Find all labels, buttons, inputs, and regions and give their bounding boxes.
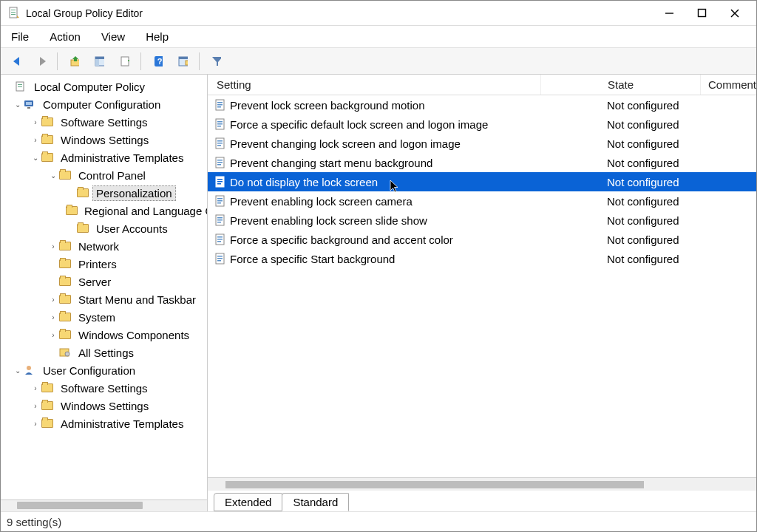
- tree-user-accounts[interactable]: User Accounts: [4, 219, 207, 237]
- tree-printers[interactable]: Printers: [4, 255, 207, 273]
- folder-icon: [41, 381, 54, 395]
- column-state[interactable]: State: [541, 75, 701, 95]
- tree-system[interactable]: ›System: [4, 308, 207, 326]
- minimize-button[interactable]: [663, 7, 676, 20]
- tree-computer-config[interactable]: ⌄Computer Configuration: [4, 95, 207, 113]
- collapse-icon[interactable]: ⌄: [48, 171, 58, 180]
- computer-icon: [23, 98, 36, 111]
- list-row[interactable]: Force a specific Start backgroundNot con…: [208, 249, 756, 268]
- help-button[interactable]: ?: [147, 51, 168, 72]
- export-button[interactable]: [114, 51, 135, 72]
- filter-button[interactable]: [206, 51, 226, 72]
- svg-rect-11: [95, 59, 99, 66]
- tree-user-config[interactable]: ⌄User Configuration: [4, 361, 207, 379]
- tree-label: Local Computer Policy: [30, 79, 149, 95]
- tree-uc-windows-settings[interactable]: ›Windows Settings: [4, 397, 207, 415]
- svg-point-25: [65, 352, 69, 356]
- svg-rect-46: [217, 183, 221, 185]
- tree-windows-settings[interactable]: ›Windows Settings: [4, 131, 207, 149]
- expand-icon[interactable]: ›: [48, 331, 58, 339]
- svg-rect-10: [95, 57, 104, 59]
- menu-view[interactable]: View: [101, 30, 125, 43]
- tree-personalization[interactable]: Personalization: [4, 184, 207, 202]
- expand-icon[interactable]: ›: [48, 242, 58, 250]
- tree-windows-components[interactable]: ›Windows Components: [4, 326, 207, 344]
- back-button[interactable]: [5, 51, 26, 72]
- collapse-icon[interactable]: ⌄: [13, 100, 23, 109]
- menu-help[interactable]: Help: [146, 30, 169, 43]
- svg-rect-62: [217, 260, 221, 262]
- setting-state: Not configured: [563, 214, 733, 227]
- tree-horizontal-scrollbar[interactable]: [1, 499, 207, 511]
- setting-state: Not configured: [563, 233, 733, 246]
- tree-server[interactable]: Server: [4, 273, 207, 290]
- tree-label: User Configuration: [39, 363, 139, 378]
- tree-control-panel[interactable]: ⌄Control Panel: [4, 166, 207, 184]
- tree-admin-templates[interactable]: ⌄Administrative Templates: [4, 149, 207, 166]
- svg-rect-3: [11, 14, 16, 15]
- up-button[interactable]: [64, 51, 84, 72]
- properties-button[interactable]: [172, 51, 193, 72]
- svg-rect-50: [217, 202, 221, 204]
- window-title: Local Group Policy Editor: [26, 7, 663, 19]
- list-row[interactable]: Force a specific background and accent c…: [208, 230, 756, 249]
- tree-all-settings[interactable]: All Settings: [4, 344, 207, 361]
- column-comment[interactable]: Comment: [701, 75, 756, 95]
- tree-uc-admin-templates[interactable]: ›Administrative Templates: [4, 415, 207, 432]
- tree-label: Server: [75, 274, 115, 290]
- scrollbar-thumb[interactable]: [225, 481, 644, 488]
- collapse-icon[interactable]: ⌄: [13, 366, 23, 375]
- svg-rect-60: [217, 256, 223, 257]
- svg-rect-49: [217, 200, 223, 202]
- expand-icon[interactable]: ›: [30, 118, 41, 126]
- tree-network[interactable]: ›Network: [4, 237, 207, 255]
- setting-name: Force a specific background and accent c…: [230, 233, 563, 246]
- list-row[interactable]: Prevent enabling lock screen cameraNot c…: [208, 191, 756, 211]
- status-bar: 9 setting(s): [1, 512, 756, 531]
- list-row[interactable]: Prevent lock screen background motionNot…: [208, 95, 756, 115]
- tree-software-settings[interactable]: ›Software Settings: [4, 113, 207, 131]
- forward-button[interactable]: [30, 51, 51, 72]
- tree-regional-language[interactable]: Regional and Language Options: [4, 202, 207, 219]
- column-setting[interactable]: Setting: [208, 75, 541, 95]
- collapse-icon[interactable]: ⌄: [30, 154, 41, 162]
- list-row[interactable]: Prevent changing lock screen and logon i…: [208, 134, 756, 153]
- list-row[interactable]: Do not display the lock screenNot config…: [208, 172, 756, 191]
- expand-icon[interactable]: ›: [30, 420, 41, 428]
- tab-standard[interactable]: Standard: [282, 493, 349, 511]
- list-row[interactable]: Prevent changing start menu backgroundNo…: [208, 153, 756, 172]
- list-row[interactable]: Force a specific default lock screen and…: [208, 115, 756, 134]
- show-hide-tree-button[interactable]: [89, 51, 109, 72]
- menu-file[interactable]: File: [11, 30, 29, 43]
- tree-root[interactable]: Local Computer Policy: [4, 78, 207, 95]
- menu-action[interactable]: Action: [50, 30, 81, 43]
- maximize-button[interactable]: [696, 7, 709, 20]
- toolbar-separator: [199, 52, 200, 70]
- expand-icon[interactable]: ›: [30, 402, 41, 410]
- expand-icon[interactable]: ›: [30, 384, 41, 392]
- setting-state: Not configured: [563, 99, 733, 112]
- setting-icon: [214, 175, 227, 188]
- close-button[interactable]: [728, 7, 741, 20]
- tree-start-menu-taskbar[interactable]: ›Start Menu and Taskbar: [4, 290, 207, 308]
- expand-icon[interactable]: ›: [30, 136, 41, 144]
- setting-icon: [214, 252, 227, 265]
- policy-tree[interactable]: Local Computer Policy ⌄Computer Configur…: [1, 75, 207, 499]
- list-row[interactable]: Prevent enabling lock screen slide showN…: [208, 211, 756, 230]
- expand-icon[interactable]: ›: [48, 296, 58, 304]
- expand-icon[interactable]: ›: [48, 313, 58, 321]
- view-tabs: Extended Standard: [208, 491, 756, 511]
- tree-label: Network: [75, 239, 123, 254]
- tab-extended[interactable]: Extended: [214, 493, 282, 511]
- folder-icon: [58, 239, 72, 253]
- list-horizontal-scrollbar[interactable]: [208, 477, 756, 491]
- folder-icon: [58, 275, 72, 288]
- content-area: Local Computer Policy ⌄Computer Configur…: [1, 75, 756, 512]
- tree-label: Software Settings: [57, 115, 152, 130]
- folder-icon: [58, 328, 72, 341]
- svg-rect-57: [217, 239, 223, 240]
- tree-uc-software-settings[interactable]: ›Software Settings: [4, 379, 207, 397]
- settings-list[interactable]: Prevent lock screen background motionNot…: [208, 95, 756, 477]
- folder-icon: [58, 168, 72, 182]
- scrollbar-thumb[interactable]: [17, 502, 143, 509]
